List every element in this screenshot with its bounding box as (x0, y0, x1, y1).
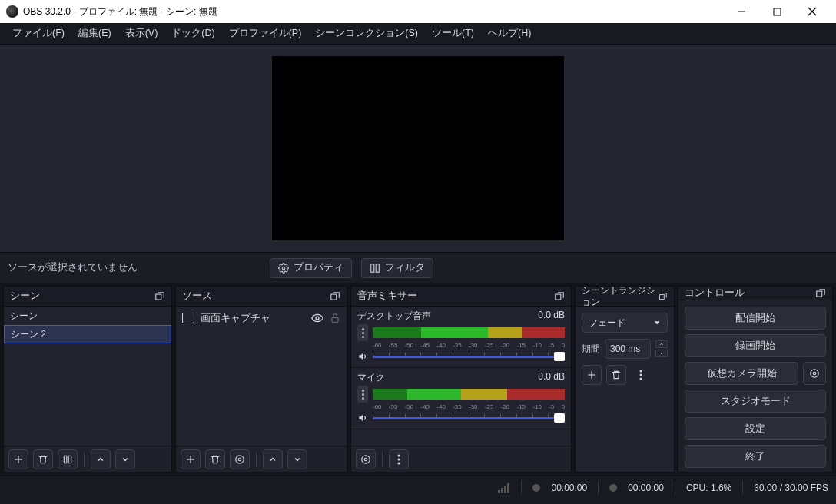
channel-level: 0.0 dB (538, 371, 565, 384)
maximize-button[interactable] (759, 0, 795, 23)
channel-menu-button[interactable] (357, 324, 368, 341)
volume-slider[interactable] (373, 350, 565, 363)
svg-point-29 (640, 370, 642, 373)
source-item[interactable]: 画面キャプチャ (176, 307, 347, 330)
popout-icon[interactable] (554, 291, 565, 302)
menu-profile[interactable]: プロファイル(P) (223, 24, 308, 43)
menu-file[interactable]: ファイル(F) (6, 24, 71, 43)
docks-row: シーン シーン シーン 2 ソース 画面キャプチャ (0, 283, 836, 476)
divider (521, 481, 522, 495)
virtual-cam-settings-button[interactable] (803, 362, 826, 385)
remove-source-button[interactable] (205, 449, 225, 469)
add-transition-button[interactable] (582, 365, 602, 385)
add-source-button[interactable] (181, 449, 201, 469)
duration-input[interactable]: 300 ms (605, 339, 651, 359)
dock-sources-header[interactable]: ソース (176, 287, 347, 307)
remove-scene-button[interactable] (33, 449, 53, 469)
source-item-label: 画面キャプチャ (201, 312, 270, 325)
scene-item-label: シーン (10, 310, 38, 323)
rec-indicator-icon (609, 484, 617, 492)
dock-transitions-header[interactable]: シーントランジション (576, 287, 674, 307)
duration-spinner[interactable] (655, 340, 668, 357)
svg-rect-5 (371, 264, 374, 272)
lock-icon[interactable] (330, 313, 340, 323)
dock-scenes-header[interactable]: シーン (4, 287, 171, 307)
channel-menu-button[interactable] (357, 386, 368, 403)
rec-time: 00:00:00 (628, 482, 664, 493)
audio-meter (373, 389, 565, 400)
popout-icon[interactable] (154, 291, 165, 302)
popout-icon[interactable] (330, 291, 340, 302)
properties-button[interactable]: プロパティ (270, 258, 352, 278)
dock-controls-header[interactable]: コントロール (678, 287, 832, 300)
mixer-menu-button[interactable] (389, 449, 409, 469)
filters-button[interactable]: フィルタ (361, 258, 433, 278)
move-source-down-button[interactable] (287, 449, 307, 469)
eye-icon[interactable] (311, 312, 323, 324)
dock-mixer-header[interactable]: 音声ミキサー (351, 287, 571, 307)
dock-sources: ソース 画面キャプチャ (175, 286, 347, 472)
dock-scenes: シーン シーン シーン 2 (3, 286, 172, 472)
menu-tools[interactable]: ツール(T) (426, 24, 480, 43)
source-properties-button[interactable] (230, 449, 250, 469)
svg-point-31 (640, 378, 642, 380)
scene-list: シーン シーン 2 (4, 307, 171, 446)
advanced-audio-button[interactable] (356, 449, 376, 469)
cpu-usage: CPU: 1.6% (686, 482, 732, 493)
titlebar: OBS 30.2.0 - プロファイル: 無題 - シーン: 無題 (0, 0, 836, 23)
settings-label: 設定 (745, 423, 765, 436)
scenes-footer (4, 446, 171, 472)
meter-ticks: -60-55-50-45-40-35-30-25-20-15-10-50 (373, 403, 565, 410)
spinner-down-icon[interactable] (655, 350, 668, 357)
close-button[interactable] (795, 0, 830, 23)
volume-slider[interactable] (373, 412, 565, 424)
vcam-label: 仮想カメラ開始 (707, 367, 777, 380)
settings-button[interactable]: 設定 (685, 417, 826, 440)
menubar: ファイル(F) 編集(E) 表示(V) ドック(D) プロファイル(P) シーン… (0, 23, 836, 45)
filters-button-label: フィルタ (385, 261, 425, 274)
transition-properties-button[interactable] (631, 365, 651, 385)
scene-filters-button[interactable] (58, 449, 78, 469)
no-source-selected-text: ソースが選択されていません (8, 261, 138, 274)
speaker-icon[interactable] (357, 413, 368, 423)
svg-point-18 (236, 455, 244, 463)
transition-select[interactable]: フェード (582, 313, 668, 333)
live-indicator-icon (532, 484, 540, 492)
network-icon (498, 482, 510, 493)
menu-scene-collection[interactable]: シーンコレクション(S) (309, 24, 424, 43)
menu-help[interactable]: ヘルプ(H) (482, 24, 537, 43)
remove-transition-button[interactable] (606, 365, 626, 385)
channel-level: 0.0 dB (538, 310, 565, 323)
speaker-icon[interactable] (357, 351, 368, 362)
exit-button[interactable]: 終了 (685, 445, 826, 468)
chevron-down-icon (653, 319, 661, 327)
menu-docks[interactable]: ドック(D) (165, 24, 221, 43)
add-scene-button[interactable] (8, 449, 28, 469)
scene-item[interactable]: シーン 2 (4, 325, 171, 343)
move-source-up-button[interactable] (263, 449, 283, 469)
move-scene-down-button[interactable] (115, 449, 135, 469)
menu-view[interactable]: 表示(V) (119, 24, 164, 43)
minimize-button[interactable] (724, 0, 759, 23)
svg-rect-38 (507, 483, 509, 493)
transition-selected: フェード (589, 317, 625, 330)
start-virtual-cam-button[interactable]: 仮想カメラ開始 (685, 362, 798, 385)
svg-rect-36 (501, 488, 503, 493)
start-recording-button[interactable]: 録画開始 (685, 334, 826, 357)
svg-point-4 (282, 267, 285, 270)
svg-marker-26 (655, 321, 660, 324)
svg-point-33 (813, 372, 816, 375)
dock-transitions: シーントランジション フェード 期間 300 ms (575, 286, 675, 472)
scene-item[interactable]: シーン (4, 307, 171, 325)
spinner-up-icon[interactable] (655, 340, 668, 348)
svg-point-34 (811, 370, 819, 378)
studio-mode-button[interactable]: スタジオモード (685, 390, 826, 413)
preview-canvas[interactable] (272, 56, 564, 240)
start-streaming-button[interactable]: 配信開始 (685, 307, 826, 330)
move-scene-up-button[interactable] (91, 449, 111, 469)
popout-icon[interactable] (815, 288, 826, 299)
menu-edit[interactable]: 編集(E) (72, 24, 118, 43)
app-icon (6, 5, 18, 18)
svg-point-23 (398, 458, 400, 460)
popout-icon[interactable] (659, 291, 668, 302)
